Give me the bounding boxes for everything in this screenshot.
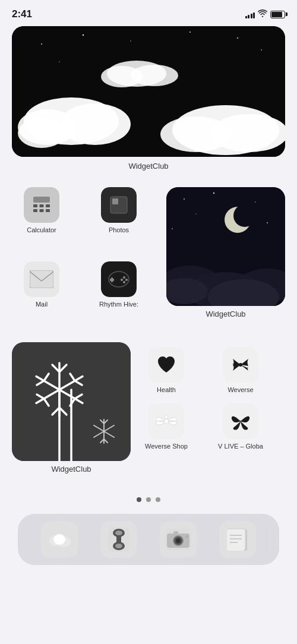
page-dot-1[interactable]: [137, 497, 141, 502]
svg-point-34: [125, 279, 128, 281]
svg-point-11: [18, 118, 65, 148]
svg-point-10: [59, 103, 131, 145]
svg-point-7: [59, 61, 59, 62]
svg-rect-94: [173, 531, 178, 535]
svg-rect-20: [33, 204, 37, 207]
dock-phone-icon: [100, 521, 137, 558]
status-icons: [245, 10, 286, 19]
dock-weather-icon: [41, 521, 78, 558]
svg-point-78: [240, 421, 242, 422]
status-bar: 2:41: [0, 0, 297, 26]
app-item-mail[interactable]: Mail: [12, 257, 71, 331]
svg-point-14: [211, 114, 285, 152]
calculator-icon: [24, 187, 59, 223]
svg-point-36: [121, 279, 123, 281]
svg-point-42: [172, 228, 173, 229]
app-item-calculator[interactable]: Calculator: [12, 182, 71, 257]
svg-point-17: [131, 65, 178, 86]
svg-rect-22: [46, 204, 50, 207]
page-dot-2[interactable]: [146, 497, 151, 502]
svg-point-33: [123, 276, 125, 279]
svg-point-41: [267, 222, 268, 223]
svg-point-87: [115, 531, 122, 535]
svg-point-45: [233, 204, 256, 227]
rhythm-label: Rhythm Hive:: [99, 301, 138, 308]
photos-label: Photos: [109, 226, 129, 234]
svg-point-5: [237, 37, 238, 39]
svg-point-76: [239, 363, 242, 367]
dock-notes-icon: [219, 521, 256, 558]
app-item-health[interactable]: Health: [137, 342, 196, 399]
weverse-icon: [223, 347, 258, 383]
svg-point-88: [115, 544, 122, 548]
widget3-label: WidgetClub: [51, 465, 91, 473]
app-grid-left: Calculator Photos: [12, 182, 166, 330]
battery-icon: [270, 11, 285, 18]
svg-point-38: [184, 198, 185, 200]
signal-icon: [245, 11, 255, 18]
page-dot-3[interactable]: [156, 497, 160, 502]
app-item-weverse[interactable]: Weverse: [211, 342, 270, 399]
rhythm-icon: [101, 261, 137, 297]
svg-point-43: [195, 213, 196, 214]
svg-point-77: [165, 419, 169, 424]
vlive-icon: [223, 403, 258, 439]
app-row-2: WidgetClub Health: [12, 342, 285, 485]
status-time: 2:41: [12, 8, 32, 20]
app-item-photos[interactable]: Photos: [89, 182, 148, 257]
vlive-label: V LIVE – Globa: [218, 443, 263, 450]
widget-medium-1[interactable]: [166, 187, 285, 306]
photos-icon: [101, 187, 137, 223]
svg-rect-99: [227, 529, 245, 551]
wifi-icon: [258, 10, 267, 19]
svg-point-4: [189, 31, 191, 33]
svg-rect-23: [33, 209, 37, 212]
apps-grid-right: Health Weverse: [131, 342, 285, 455]
dock-app-notes[interactable]: [219, 521, 256, 558]
svg-point-40: [255, 201, 256, 203]
svg-rect-28: [112, 198, 118, 204]
svg-rect-25: [46, 209, 50, 212]
dock-camera-icon: [160, 521, 197, 558]
svg-rect-24: [40, 209, 44, 212]
svg-point-35: [123, 281, 125, 283]
weverse-shop-label: Weverse Shop: [145, 443, 188, 450]
app-item-vlive[interactable]: V LIVE – Globa: [211, 399, 270, 455]
app-row-1: Calculator Photos: [12, 182, 285, 330]
svg-point-1: [41, 43, 42, 45]
calculator-label: Calculator: [27, 226, 56, 234]
page-dots: [12, 497, 285, 502]
svg-point-2: [83, 34, 84, 36]
svg-rect-19: [33, 197, 50, 203]
widget2-label: WidgetClub: [206, 310, 245, 318]
svg-point-39: [213, 192, 214, 194]
widget-large-1[interactable]: [12, 26, 285, 157]
widget-snowflake[interactable]: [12, 342, 131, 461]
svg-rect-29: [30, 270, 53, 288]
dock: [18, 514, 279, 565]
weverse-shop-icon: [148, 403, 184, 439]
dock-app-camera[interactable]: [160, 521, 197, 558]
mail-label: Mail: [36, 301, 48, 308]
home-screen: WidgetClub: [0, 26, 297, 565]
svg-point-3: [130, 40, 131, 42]
svg-point-93: [176, 538, 181, 543]
dock-app-weather[interactable]: [41, 521, 78, 558]
dock-app-phone[interactable]: [100, 521, 137, 558]
svg-rect-86: [116, 535, 121, 545]
weverse-label: Weverse: [228, 386, 253, 394]
svg-rect-32: [110, 279, 114, 281]
svg-point-95: [186, 535, 188, 538]
svg-point-82: [53, 534, 65, 545]
svg-rect-21: [40, 204, 44, 207]
health-icon: [148, 347, 184, 383]
mail-icon-img: [24, 261, 59, 297]
widget1-label: WidgetClub: [12, 162, 285, 171]
app-item-weverse-shop[interactable]: Weverse Shop: [137, 399, 196, 455]
svg-point-6: [261, 49, 262, 50]
health-label: Health: [157, 386, 176, 394]
app-item-rhythm[interactable]: Rhythm Hive:: [89, 257, 148, 331]
